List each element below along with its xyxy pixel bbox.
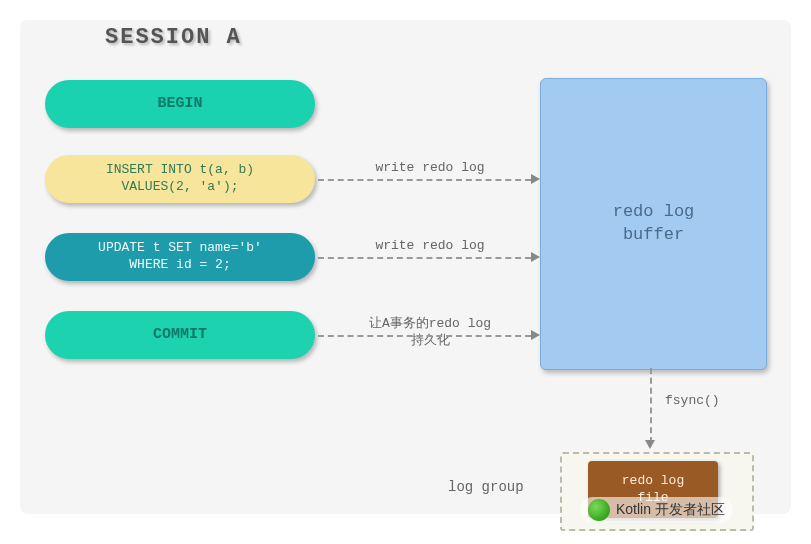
step-commit-label: COMMIT bbox=[153, 325, 207, 345]
step-begin-label: BEGIN bbox=[157, 94, 202, 114]
step-insert: INSERT INTO t(a, b) VALUES(2, 'a'); bbox=[45, 155, 315, 203]
arrow-update-line bbox=[318, 257, 531, 259]
logfile-line1: redo log bbox=[622, 473, 684, 490]
step-update: UPDATE t SET name='b' WHERE id = 2; bbox=[45, 233, 315, 281]
buffer-line2: buffer bbox=[613, 224, 695, 247]
step-update-line1: UPDATE t SET name='b' bbox=[98, 240, 262, 257]
arrow-fsync-line bbox=[650, 368, 652, 443]
redo-log-buffer: redo log buffer bbox=[540, 78, 767, 370]
arrow-commit-l1: 让A事务的redo log bbox=[330, 316, 530, 333]
step-insert-line1: INSERT INTO t(a, b) bbox=[106, 162, 254, 179]
session-title: SESSION A bbox=[105, 25, 242, 50]
step-begin: BEGIN bbox=[45, 80, 315, 128]
step-update-line2: WHERE id = 2; bbox=[98, 257, 262, 274]
buffer-line1: redo log bbox=[613, 201, 695, 224]
arrow-commit-head bbox=[531, 330, 540, 340]
arrow-fsync-head bbox=[645, 440, 655, 449]
arrow-commit-line bbox=[318, 335, 531, 337]
arrow-insert-label: write redo log bbox=[330, 160, 530, 177]
step-insert-line2: VALUES(2, 'a'); bbox=[106, 179, 254, 196]
watermark: Kotlin 开发者社区 bbox=[580, 497, 733, 523]
arrow-update-head bbox=[531, 252, 540, 262]
arrow-insert-head bbox=[531, 174, 540, 184]
arrow-insert-line bbox=[318, 179, 531, 181]
arrow-fsync-label: fsync() bbox=[665, 393, 720, 408]
arrow-commit-label: 让A事务的redo log 持久化 bbox=[330, 316, 530, 350]
watermark-icon bbox=[588, 499, 610, 521]
watermark-text: Kotlin 开发者社区 bbox=[616, 501, 725, 519]
step-commit: COMMIT bbox=[45, 311, 315, 359]
log-group-label: log group bbox=[448, 479, 524, 495]
arrow-update-label: write redo log bbox=[330, 238, 530, 255]
